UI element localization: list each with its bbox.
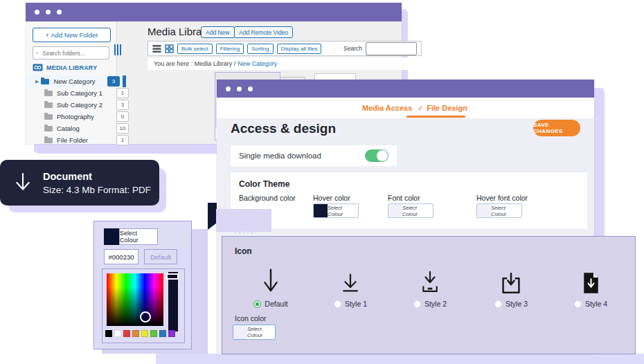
backdrop-strip [156, 354, 644, 364]
folder-icon [44, 114, 53, 120]
tab-label: File Design [427, 104, 467, 112]
select-colour-label: Select Colour [119, 228, 158, 245]
picker-area [102, 269, 185, 343]
window-dot [57, 10, 62, 15]
sorting-button[interactable]: Sorting [247, 44, 273, 54]
hover-font-color-select-button[interactable]: Select Colour [476, 203, 522, 218]
window-dot [248, 87, 253, 91]
color-selector-circle[interactable] [140, 311, 151, 322]
radio-style-3[interactable] [494, 300, 502, 308]
save-changes-button[interactable]: SAVE CHANGES [533, 120, 580, 136]
icon-style-label: Style 4 [585, 300, 607, 308]
tabbar: Media Access ✓ File Design [217, 98, 594, 119]
download-icon-style3 [500, 272, 522, 294]
add-new-button[interactable]: Add New [201, 26, 235, 38]
select-colour-label: Select Colour [328, 204, 358, 217]
bulk-select-button[interactable]: Bulk select [177, 44, 213, 54]
tab-label: Media Access [362, 104, 412, 112]
color-swatch [233, 325, 247, 339]
radio-style-4[interactable] [574, 300, 582, 308]
shade-slider[interactable] [168, 272, 178, 331]
grid-view-icon[interactable] [165, 44, 174, 53]
picker-select-colour-button[interactable]: Select Colour [104, 228, 158, 245]
colour-picker-window: Select Colour Default [93, 221, 192, 349]
add-remote-video-button[interactable]: Add Remote Video [234, 26, 293, 38]
download-tooltip: Document Size: 4.3 Mb Format: PDF [0, 160, 159, 206]
tooltip-info: Size: 4.3 Mb Format: PDF [43, 185, 151, 195]
preset-swatch[interactable] [105, 330, 112, 337]
window-dot [35, 10, 39, 15]
radio-style-1[interactable] [334, 300, 341, 308]
media-library-root[interactable]: MEDIA LIBRARY [33, 64, 97, 71]
current-color-swatch [104, 228, 119, 245]
sidebar-folder-new-category[interactable]: ▶ New Category 3 [26, 75, 126, 87]
preset-swatch[interactable] [123, 330, 130, 337]
preset-swatch[interactable] [114, 330, 121, 337]
background-color-label: Background color [239, 194, 296, 202]
page: + Add New Folder MEDIA LIBRARY ▶ [0, 0, 644, 364]
color-swatch [388, 204, 402, 217]
slider-handle[interactable] [166, 273, 179, 280]
radio-style-2[interactable] [413, 300, 421, 308]
icon-color-select-button[interactable]: Select Colour [233, 325, 276, 340]
hex-color-input[interactable] [104, 249, 138, 264]
chevron-right-icon: ▶ [35, 79, 39, 84]
search-icon [36, 50, 39, 56]
section-heading: Access & design [231, 121, 336, 136]
preset-swatches [105, 330, 175, 337]
breadcrumb: You are here : Media Library / New Categ… [147, 57, 422, 70]
saturation-gradient[interactable] [107, 273, 163, 326]
single-media-toggle[interactable] [365, 149, 388, 162]
folder-search-input[interactable] [41, 49, 106, 57]
icon-section-title: Icon [235, 246, 252, 256]
callout-backdrop [216, 209, 271, 232]
select-colour-label: Select Colour [491, 204, 521, 217]
folder-label: Sub Category 2 [57, 101, 102, 109]
hover-font-color-label: Hover font color [476, 194, 528, 202]
preset-swatch[interactable] [150, 330, 157, 337]
icon-style-2[interactable]: Style 2 [392, 262, 468, 331]
list-view-icon[interactable] [152, 44, 161, 53]
icon-color-label: Icon color [235, 314, 267, 322]
folder-icon [41, 79, 49, 84]
icon-style-1[interactable]: Style 1 [312, 262, 388, 331]
display-all-files-button[interactable]: Display all files [277, 44, 322, 54]
filtering-button[interactable]: Filtering [216, 44, 244, 54]
tooltip-title: Document [43, 171, 151, 182]
font-color-label: Font color [388, 194, 420, 202]
select-colour-label: Select Colour [402, 204, 433, 217]
preset-swatch[interactable] [132, 330, 139, 337]
preset-swatch[interactable] [168, 330, 175, 337]
folder-icon [44, 138, 53, 143]
tab-media-access[interactable]: Media Access [362, 98, 412, 118]
add-new-folder-button[interactable]: + Add New Folder [33, 28, 111, 42]
media-search-input[interactable] [366, 42, 417, 55]
folder-search-box[interactable] [33, 46, 109, 60]
active-tab-indicator [406, 116, 465, 118]
breadcrumb-current-link[interactable]: New Category [238, 60, 277, 67]
breadcrumb-path: You are here : Media Library / [154, 60, 235, 67]
window-dot [46, 10, 51, 15]
icon-style-4[interactable]: Style 4 [553, 262, 629, 331]
folder-label: Sub Category 1 [57, 89, 102, 97]
icon-style-label: Default [265, 300, 287, 308]
font-color-select-button[interactable]: Select Colour [388, 203, 433, 218]
folder-icon [44, 91, 53, 96]
folder-label: Catalog [57, 125, 80, 132]
folder-icon [44, 102, 53, 108]
download-icon-default [262, 268, 280, 294]
hover-color-select-button[interactable]: Select Colour [313, 203, 359, 218]
media-library-label: MEDIA LIBRARY [46, 64, 97, 71]
window2-titlebar [217, 80, 594, 98]
icon-style-3[interactable]: Style 3 [473, 262, 549, 331]
window1-titlebar [26, 3, 402, 21]
color-theme-title: Color Theme [239, 179, 289, 189]
default-color-button[interactable]: Default [144, 249, 177, 264]
folders-sidebar: + Add New Folder MEDIA LIBRARY ▶ [26, 21, 117, 144]
search-label: Search [343, 45, 362, 52]
download-icon-style2 [420, 271, 440, 294]
folder-label: Photography [57, 113, 94, 120]
radio-default[interactable] [253, 300, 261, 308]
preset-swatch[interactable] [159, 330, 166, 337]
preset-swatch[interactable] [141, 330, 148, 337]
